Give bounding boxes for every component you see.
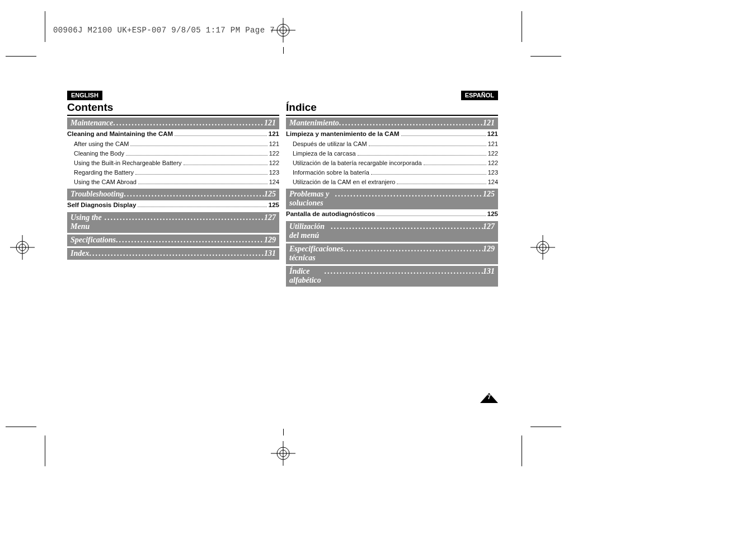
toc-band-page: 127 (483, 222, 495, 231)
toc-row: Self Diagnosis Display125 (67, 200, 279, 210)
toc-band-label: Utilización del menú (289, 222, 331, 240)
toc-row-page: 125 (487, 209, 498, 219)
toc-row-label: Utilización de la CAM en el extranjero (293, 177, 395, 187)
toc-row-leader (138, 179, 267, 184)
registration-mark-bottom (271, 441, 295, 466)
toc-band: Mantenimiento ..........................… (286, 118, 498, 129)
toc-band-leader: ........................................… (105, 213, 264, 222)
toc-band-label: Troubleshooting (71, 190, 124, 199)
toc-band-leader: ........................................… (324, 267, 483, 276)
toc-row-page: 123 (488, 168, 498, 177)
toc-row-leader (401, 130, 486, 136)
toc-band-leader: ........................................… (113, 119, 264, 128)
toc-row-label: Pantalla de autodiagnósticos (286, 209, 375, 219)
page: 00906J M2100 UK+ESP-007 9/8/05 1:17 PM P… (0, 0, 756, 534)
toc-band: Problemas y soluciones .................… (286, 189, 498, 209)
toc-band-label: Maintenance (71, 119, 113, 128)
toc-row: Cleaning and Maintaining the CAM121 (67, 129, 279, 139)
toc-band-leader: ........................................… (116, 236, 264, 245)
toc-row-leader (371, 170, 486, 175)
toc-band: Using the Menu .........................… (67, 212, 279, 233)
toc-row: Después de utilizar la CAM121 (286, 139, 498, 149)
toc-row-leader (130, 140, 267, 146)
toc-band-page: 121 (483, 119, 495, 128)
toc-row-label: After using the CAM (74, 139, 129, 149)
toc-row-page: 122 (488, 149, 498, 158)
page-number: 7 (480, 394, 498, 400)
toc-row-leader (397, 179, 486, 184)
toc-row-page: 122 (269, 149, 279, 158)
toc-row-page: 122 (269, 158, 279, 168)
toc-row-label: Cleaning the Body (74, 149, 124, 158)
toc-row-label: Using the CAM Abroad (74, 177, 137, 187)
toc-row-label: Limpieza y mantenimiento de la CAM (286, 129, 400, 139)
column-english: ENGLISH Contents Maintenance ...........… (67, 90, 283, 287)
toc-band-page: 129 (264, 236, 276, 245)
toc-row: Limpieza y mantenimiento de la CAM121 (286, 129, 498, 139)
toc-row-label: Using the Built-in Rechargeable Battery (74, 158, 182, 168)
toc-band: Especificaciones técnicas ..............… (286, 243, 498, 264)
toc-band: Utilización del menú ...................… (286, 221, 498, 242)
toc-row-page: 123 (269, 168, 279, 177)
toc-band-label: Using the Menu (71, 213, 105, 231)
toc-row-label: Limpieza de la carcasa (293, 149, 356, 158)
toc-row-label: Self Diagnosis Display (67, 200, 136, 210)
toc-row-page: 121 (269, 139, 279, 149)
toc-row: Regarding the Battery123 (67, 168, 279, 177)
spine-tick-top (283, 47, 284, 54)
toc-row-page: 121 (488, 139, 498, 149)
toc-row-label: Cleaning and Maintaining the CAM (67, 129, 173, 139)
toc-band: Índice alfabético ......................… (286, 266, 498, 287)
lang-tab-espanol: ESPAÑOL (461, 91, 498, 100)
toc-container-right: Mantenimiento ..........................… (286, 118, 498, 287)
toc-band-page: 131 (264, 249, 276, 258)
toc-band: Index ..................................… (67, 248, 279, 260)
toc-row: Using the Built-in Rechargeable Battery1… (67, 158, 279, 168)
section-title-contents: Contents (67, 101, 279, 116)
toc-row: Limpieza de la carcasa122 (286, 149, 498, 158)
lang-tab-english: ENGLISH (67, 91, 102, 100)
toc-band-leader: ........................................… (124, 190, 264, 199)
toc-band-leader: ........................................… (343, 245, 483, 254)
toc-row-leader (126, 151, 267, 156)
crop-mark (45, 11, 45, 42)
crop-mark (45, 435, 45, 466)
toc-row-leader (377, 210, 486, 216)
toc-row-page: 124 (269, 177, 279, 187)
crop-mark (530, 427, 561, 427)
toc-container-left: Maintenance ............................… (67, 118, 279, 260)
toc-row: Utilización de la CAM en el extranjero12… (286, 177, 498, 187)
section-title-indice: Índice (286, 101, 498, 116)
toc-band: Troubleshooting ........................… (67, 189, 279, 200)
content-frame: ENGLISH Contents Maintenance ...........… (67, 90, 498, 403)
toc-band: Maintenance ............................… (67, 118, 279, 129)
toc-band-label: Mantenimiento (289, 119, 339, 128)
toc-row-page: 122 (488, 158, 498, 168)
toc-row: Cleaning the Body122 (67, 149, 279, 158)
toc-row-label: Información sobre la batería (293, 168, 369, 177)
toc-row-label: Utilización de la batería recargable inc… (293, 158, 422, 168)
crop-mark (530, 56, 561, 57)
toc-row: Información sobre la batería123 (286, 168, 498, 177)
toc-band-label: Índice alfabético (289, 267, 324, 285)
toc-row-leader (135, 170, 267, 175)
toc-row-leader (424, 160, 486, 165)
toc-row: Utilización de la batería recargable inc… (286, 158, 498, 168)
toc-row-leader (184, 160, 267, 165)
page-number-badge: 7 (480, 393, 498, 403)
toc-band-page: 127 (264, 213, 276, 222)
toc-band-label: Index (71, 249, 89, 258)
toc-band-label: Specifications (71, 236, 116, 245)
toc-band-page: 129 (483, 245, 495, 254)
toc-band-page: 131 (483, 267, 495, 276)
crop-mark (6, 56, 36, 57)
toc-row: After using the CAM121 (67, 139, 279, 149)
toc-row: Using the CAM Abroad124 (67, 177, 279, 187)
toc-row-leader (369, 140, 486, 146)
toc-row-page: 121 (269, 129, 279, 139)
toc-band-leader: ........................................… (331, 222, 483, 231)
registration-mark-left (10, 235, 35, 260)
toc-row-label: Después de utilizar la CAM (293, 139, 367, 149)
crop-mark (522, 435, 522, 466)
registration-mark-right (530, 235, 555, 260)
